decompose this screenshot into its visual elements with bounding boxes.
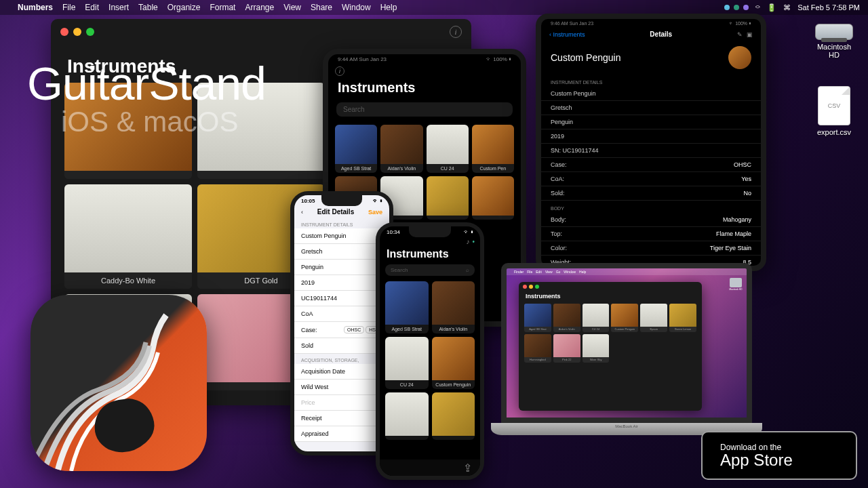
export-csv-file-icon[interactable]: CSV export.csv: [817, 86, 851, 136]
menu-arrange[interactable]: Arrange: [245, 3, 274, 12]
tuning-icon[interactable]: ♪: [466, 238, 469, 245]
wifi-icon[interactable]: ⌔: [755, 3, 760, 12]
detail-row: Gretsch: [541, 101, 761, 115]
form-row-case[interactable]: Case:OHSCHSC: [294, 322, 389, 338]
share-icon[interactable]: ⇪: [463, 462, 472, 474]
form-row[interactable]: Custom Penguin: [294, 228, 389, 244]
notch: [321, 195, 362, 206]
detail-row: Color:Tiger Eye Stain: [541, 241, 761, 256]
instrument-card[interactable]: Hummingbird: [524, 334, 551, 363]
badge-bottom-text: App Store: [720, 452, 793, 468]
status-indicator-icon: [743, 5, 749, 10]
form-row[interactable]: Penguin: [294, 260, 389, 275]
macbook-disk-icon[interactable]: Macintosh HD: [729, 278, 743, 293]
form-row[interactable]: 2019: [294, 275, 389, 291]
back-button[interactable]: ‹ Instruments: [549, 31, 585, 38]
section-header: INSTRUMENT DETAILS: [294, 218, 389, 228]
menu-view[interactable]: View: [283, 3, 301, 12]
instrument-name: Custom Penguin: [551, 52, 621, 63]
form-row[interactable]: Acquisition Date: [294, 364, 389, 380]
form-row[interactable]: Appraised: [294, 426, 389, 442]
instrument-card[interactable]: CU 24: [385, 337, 429, 389]
platform-subtitle: iOS & macOS: [27, 106, 266, 138]
menu-organize[interactable]: Organize: [167, 3, 201, 12]
battery-icon[interactable]: 🔋: [767, 3, 776, 12]
info-icon[interactable]: i: [450, 26, 462, 38]
control-center-icon[interactable]: ⌘: [783, 3, 791, 12]
form-row[interactable]: Gretsch: [294, 244, 389, 260]
detail-row: 2019: [541, 129, 761, 144]
app-store-badge[interactable]: Download on the App Store: [701, 431, 857, 480]
back-icon[interactable]: ‹: [301, 209, 303, 216]
instrument-card[interactable]: Aged SB Strat: [335, 125, 377, 173]
status-right: ᯤ 100% ▮: [729, 21, 751, 26]
screen-title: Edit Details: [317, 208, 354, 216]
macbook-app-window: Instruments Aged SB Strat Aidan's Violin…: [519, 282, 702, 411]
instrument-card[interactable]: Aged SB Strat: [524, 304, 551, 332]
instrument-card[interactable]: Caddy-Bo White: [64, 184, 192, 289]
save-button[interactable]: Save: [368, 209, 382, 216]
instrument-card[interactable]: [385, 392, 429, 440]
edit-icon[interactable]: ✎: [737, 31, 743, 38]
form-row[interactable]: Sold: [294, 338, 389, 354]
menu-share[interactable]: Share: [311, 3, 332, 12]
window-traffic-lights[interactable]: [60, 28, 94, 36]
form-row[interactable]: CoA: [294, 306, 389, 322]
macintosh-hd-icon[interactable]: Macintosh HD: [814, 24, 854, 59]
detail-row: Sold:No: [541, 186, 761, 201]
instrument-card[interactable]: Aidan's Violin: [553, 304, 580, 332]
macos-menubar: Numbers File Edit Insert Table Organize …: [0, 0, 868, 15]
notch: [409, 226, 451, 237]
form-row[interactable]: Receipt: [294, 411, 389, 426]
search-input[interactable]: Search⌕: [385, 264, 475, 276]
instrument-card[interactable]: Custom Pen: [472, 125, 514, 173]
instrument-card[interactable]: [427, 176, 469, 220]
instrument-card[interactable]: Green Lemon: [669, 304, 696, 332]
status-indicator-icon: [724, 5, 730, 10]
status-left: 9:46 AM Sun Jan 23: [551, 21, 593, 26]
menu-window[interactable]: Window: [342, 3, 371, 12]
menu-file[interactable]: File: [62, 3, 75, 12]
instrument-card[interactable]: [432, 392, 475, 440]
instrument-card[interactable]: Silver Sky: [583, 334, 610, 363]
menubar-clock[interactable]: Sat Feb 5 7:58 PM: [797, 3, 860, 12]
guitarstand-app-icon: [31, 295, 207, 471]
detail-row: Case:OHSC: [541, 158, 761, 172]
app-menu[interactable]: Numbers: [18, 3, 53, 12]
app-name-title: GuitarStand: [27, 57, 266, 110]
instrument-card[interactable]: [472, 176, 514, 220]
form-row[interactable]: UC19011744: [294, 291, 389, 306]
instrument-card[interactable]: Aidan's Violin: [380, 125, 422, 173]
form-row[interactable]: Price: [294, 395, 389, 411]
search-input[interactable]: Search: [336, 102, 513, 117]
instrument-card[interactable]: Epson: [640, 304, 667, 332]
form-row[interactable]: Wild West: [294, 380, 389, 395]
status-time: 10:05: [301, 198, 315, 204]
instrument-card[interactable]: Aged SB Strat: [385, 281, 429, 333]
status-icons: ᯤ ▮: [464, 229, 473, 235]
instrument-card[interactable]: Custom Penguin: [611, 304, 638, 332]
detail-row: Top:Flame Maple: [541, 227, 761, 241]
instrument-card[interactable]: Pink 22: [553, 334, 580, 363]
instrument-card[interactable]: CU 24: [583, 304, 610, 332]
instrument-card[interactable]: Custom Penguin: [432, 337, 475, 389]
menu-table[interactable]: Table: [138, 3, 158, 12]
photo-icon[interactable]: ▣: [747, 31, 753, 38]
menu-insert[interactable]: Insert: [108, 3, 129, 12]
search-icon: ⌕: [466, 267, 469, 273]
menu-format[interactable]: Format: [210, 3, 235, 12]
menu-edit[interactable]: Edit: [85, 3, 99, 12]
window-title: Instruments: [519, 291, 702, 301]
menu-help[interactable]: Help: [380, 3, 397, 12]
instrument-thumbnail[interactable]: [728, 46, 751, 69]
add-icon[interactable]: •: [472, 238, 475, 245]
detail-row: Penguin: [541, 115, 761, 129]
detail-row: SN: UC19011744: [541, 144, 761, 158]
hero-title: GuitarStand iOS & macOS: [27, 57, 266, 138]
instrument-card[interactable]: CU 24: [427, 125, 469, 173]
screen-title: Instruments: [380, 247, 480, 262]
info-icon[interactable]: i: [335, 66, 344, 76]
instrument-card[interactable]: Aidan's Violin: [432, 281, 475, 333]
desktop-icons: Macintosh HD CSV export.csv: [814, 24, 854, 136]
macbook-menubar: FinderFileEditViewGoWindowHelp: [507, 268, 747, 275]
